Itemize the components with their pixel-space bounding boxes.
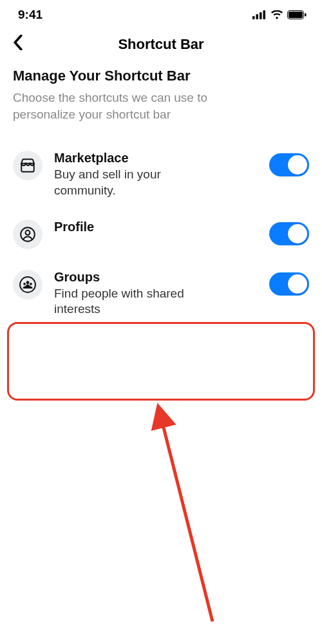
row-subtitle: Find people with shared interests [54,286,189,317]
groups-toggle[interactable] [269,272,309,296]
shortcut-settings-section: Manage Your Shortcut Bar Choose the shor… [0,68,322,328]
svg-point-10 [26,281,30,284]
svg-rect-0 [252,16,255,19]
marketplace-toggle[interactable] [269,153,309,176]
row-body: Groups Find people with shared interests [54,270,258,317]
row-title: Marketplace [54,151,258,166]
status-indicators [252,10,307,19]
svg-rect-1 [256,14,259,19]
shortcut-row-marketplace: Marketplace Buy and sell in your communi… [13,140,309,209]
chevron-left-icon [13,35,23,50]
svg-point-12 [30,283,32,285]
profile-icon [13,220,43,249]
annotation-highlight [7,322,315,401]
svg-rect-3 [263,10,266,19]
battery-icon [287,10,307,19]
svg-point-8 [26,230,30,234]
svg-rect-2 [260,12,262,19]
svg-line-13 [160,412,213,621]
groups-icon [13,270,43,299]
section-heading: Manage Your Shortcut Bar [13,68,309,84]
back-button[interactable] [13,35,23,53]
marketplace-icon [13,151,43,180]
row-body: Profile [54,220,258,236]
svg-rect-5 [289,12,303,18]
page-title: Shortcut Bar [118,36,204,53]
cellular-icon [252,10,267,19]
svg-point-11 [23,283,26,285]
shortcut-row-groups: Groups Find people with shared interests [13,260,309,328]
row-body: Marketplace Buy and sell in your communi… [54,151,258,198]
status-time: 9:41 [18,8,43,22]
wifi-icon [270,10,283,19]
shortcut-row-profile: Profile [13,209,309,260]
row-title: Groups [54,270,258,285]
row-subtitle: Buy and sell in your community. [54,167,189,198]
nav-header: Shortcut Bar [0,27,322,68]
profile-toggle[interactable] [269,222,309,245]
section-description: Choose the shortcuts we can use to perso… [13,90,270,122]
svg-rect-6 [305,14,307,17]
row-title: Profile [54,220,258,234]
status-bar: 9:41 [0,0,322,27]
